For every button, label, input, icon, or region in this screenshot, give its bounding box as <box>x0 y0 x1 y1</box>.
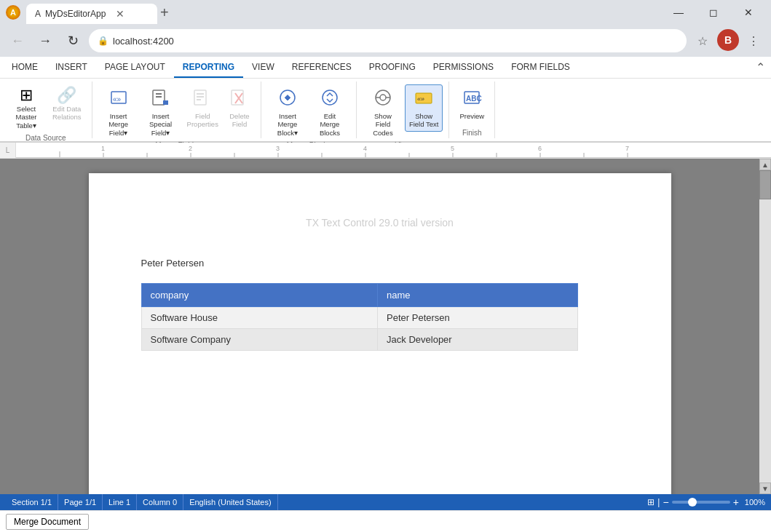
status-line: Line 1 <box>103 494 137 510</box>
svg-text:7: 7 <box>625 145 629 152</box>
tab-home[interactable]: HOME <box>3 57 47 78</box>
status-right: ⊞ | − + 100% <box>647 496 765 508</box>
table-cell-company-1: Software House <box>141 307 378 329</box>
select-master-table-button[interactable]: ⊞ Select MasterTable▾ <box>6 84 47 132</box>
url-text: localhost:4200 <box>113 36 174 47</box>
forward-button[interactable]: → <box>33 29 57 52</box>
zoom-out-button[interactable]: − <box>663 496 668 508</box>
show-field-text-icon: «» <box>414 87 434 111</box>
bookmark-button[interactable]: ☆ <box>691 29 714 52</box>
preview-button[interactable]: ABC Preview <box>455 84 489 123</box>
status-language: English (United States) <box>183 494 278 510</box>
field-properties-button[interactable]: FieldProperties <box>183 84 223 132</box>
ruler: L 1 2 3 <box>0 143 771 159</box>
show-field-codes-button[interactable]: Show FieldCodes <box>363 84 403 140</box>
ribbon-group-merge-blocks: InsertMerge Block▾ Edit MergeBlocks Merg… <box>261 82 357 138</box>
field-properties-label: FieldProperties <box>187 112 218 129</box>
person-name: Peter Petersen <box>141 258 619 269</box>
back-button[interactable]: ← <box>6 29 29 52</box>
edit-data-relations-button[interactable]: 🔗 Edit DataRelations <box>48 84 86 124</box>
status-bar: Section 1/1 Page 1/1 Line 1 Column 0 Eng… <box>0 494 771 510</box>
insert-merge-block-button[interactable]: InsertMerge Block▾ <box>267 84 308 140</box>
delete-field-icon <box>229 87 250 111</box>
merge-button-bar: Merge Document <box>0 510 771 532</box>
url-bar[interactable]: 🔒 localhost:4200 <box>89 29 687 52</box>
ruler-corner: L <box>0 143 16 158</box>
browser-logo: A <box>6 5 20 20</box>
view-icon: ⊞ <box>647 497 655 507</box>
show-field-text-button[interactable]: «» ShowField Text <box>405 84 443 132</box>
tab-form-fields[interactable]: FORM FIELDS <box>502 57 579 78</box>
profile-button[interactable]: B <box>717 29 739 51</box>
close-button[interactable]: ✕ <box>732 1 765 23</box>
edit-merge-blocks-button[interactable]: Edit MergeBlocks <box>309 84 350 140</box>
table-cell-name-2: Jack Developer <box>378 329 577 351</box>
minimize-button[interactable]: — <box>662 1 695 23</box>
svg-rect-8 <box>197 99 201 100</box>
lock-icon: 🔒 <box>98 36 108 46</box>
tab-bar: A MyDsEditorApp ✕ + <box>26 1 656 24</box>
window-controls: — ◻ ✕ <box>662 1 765 23</box>
tab-close-button[interactable]: ✕ <box>116 8 124 20</box>
ribbon-collapse-button[interactable]: ⌃ <box>753 57 768 77</box>
insert-merge-field-button[interactable]: «» InsertMerge Field▾ <box>98 84 139 140</box>
tab-insert[interactable]: INSERT <box>47 57 96 78</box>
svg-text:ABC: ABC <box>466 95 482 103</box>
scroll-track[interactable] <box>759 170 771 483</box>
insert-special-field-button[interactable]: Insert SpecialField▾ <box>141 84 181 140</box>
insert-special-field-icon <box>151 87 171 111</box>
zoom-slider[interactable] <box>672 501 730 504</box>
table-header-name: name <box>378 284 577 307</box>
select-master-table-label: Select MasterTable▾ <box>10 105 42 130</box>
merge-document-button[interactable]: Merge Document <box>6 514 89 530</box>
document-scroll[interactable]: TX Text Control 29.0 trial version Peter… <box>0 159 759 494</box>
refresh-button[interactable]: ↻ <box>61 29 84 52</box>
tab-favicon: A <box>35 9 41 19</box>
ruler-bar: 1 2 3 4 5 <box>16 143 771 158</box>
active-tab[interactable]: A MyDsEditorApp ✕ <box>26 4 157 24</box>
tab-page-layout[interactable]: PAGE LAYOUT <box>96 57 174 78</box>
zoom-in-button[interactable]: + <box>733 496 739 508</box>
ribbon-group-data-source: ⊞ Select MasterTable▾ 🔗 Edit DataRelatio… <box>0 82 92 138</box>
table-row: Software Company Jack Developer <box>141 329 577 351</box>
finish-buttons: ABC Preview <box>455 83 489 127</box>
tab-reporting[interactable]: REPORTING <box>174 57 243 78</box>
table-header-company: company <box>141 284 378 307</box>
merge-blocks-buttons: InsertMerge Block▾ Edit MergeBlocks <box>267 83 350 140</box>
field-properties-icon <box>192 87 213 111</box>
title-bar: A A MyDsEditorApp ✕ + — ◻ ✕ <box>0 0 771 25</box>
show-field-codes-label: Show FieldCodes <box>367 112 399 137</box>
menu-button[interactable]: ⋮ <box>742 29 765 52</box>
edit-merge-blocks-label: Edit MergeBlocks <box>314 112 346 137</box>
ribbon-group-view: Show FieldCodes «» ShowField Text View <box>357 82 449 138</box>
tab-references[interactable]: REFERENCES <box>283 57 360 78</box>
tab-proofing[interactable]: PROOFING <box>360 57 424 78</box>
tab-view[interactable]: VIEW <box>243 57 283 78</box>
scroll-up-button[interactable]: ▲ <box>759 159 771 170</box>
svg-text:1: 1 <box>101 145 105 152</box>
watermark-text: TX Text Control 29.0 trial version <box>141 217 619 229</box>
scroll-thumb[interactable] <box>759 170 771 199</box>
show-field-text-label: ShowField Text <box>409 112 438 129</box>
svg-text:5: 5 <box>451 145 454 152</box>
data-source-buttons: ⊞ Select MasterTable▾ 🔗 Edit DataRelatio… <box>6 83 86 132</box>
svg-rect-7 <box>197 96 204 98</box>
svg-text:4: 4 <box>363 145 367 152</box>
new-tab-button[interactable]: + <box>157 1 172 24</box>
status-column: Column 0 <box>137 494 183 510</box>
svg-text:«»: «» <box>113 95 122 103</box>
scroll-down-button[interactable]: ▼ <box>759 483 771 494</box>
relations-icon: 🔗 <box>57 87 76 103</box>
insert-merge-field-icon: «» <box>108 87 129 111</box>
delete-field-label: DeleteField <box>229 112 249 129</box>
status-section: Section 1/1 <box>6 494 58 510</box>
delete-field-button[interactable]: DeleteField <box>224 84 255 132</box>
vertical-scrollbar[interactable]: ▲ ▼ <box>759 159 771 494</box>
browser-window: A A MyDsEditorApp ✕ + — ◻ ✕ ← → ↻ 🔒 loca… <box>0 0 771 532</box>
show-field-codes-icon <box>373 87 393 111</box>
data-source-group-label: Data Source <box>25 132 66 142</box>
maximize-button[interactable]: ◻ <box>697 1 730 23</box>
address-bar-right: ☆ B ⋮ <box>691 29 765 52</box>
insert-merge-block-label: InsertMerge Block▾ <box>272 112 304 137</box>
tab-permissions[interactable]: PERMISSIONS <box>424 57 502 78</box>
